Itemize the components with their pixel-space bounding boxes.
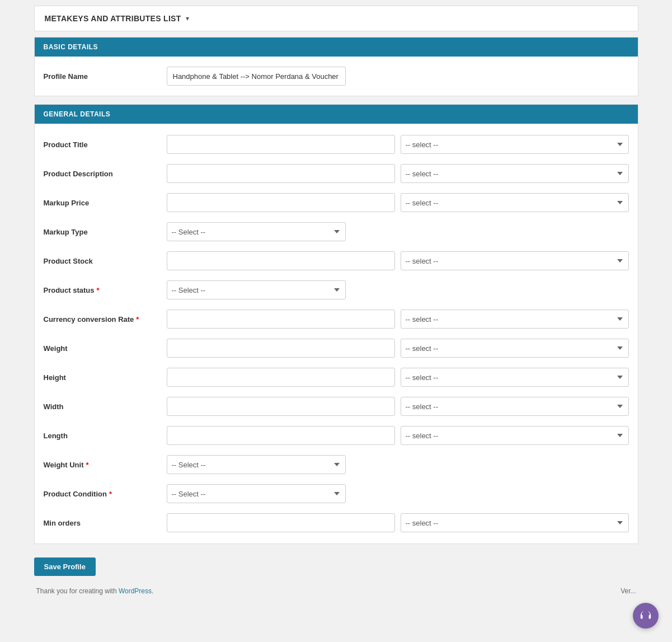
- field-row-length: Length-- select --: [44, 426, 629, 445]
- basic-details-section: BASIC DETAILS Profile Name: [34, 37, 638, 96]
- label-product-status: Product status *: [44, 286, 167, 294]
- profile-name-row: Profile Name: [44, 67, 629, 86]
- field-row-width: Width-- select --: [44, 397, 629, 416]
- select-product-condition[interactable]: -- Select --: [167, 484, 346, 503]
- controls-product-title: -- select --: [167, 135, 629, 154]
- text-input-markup-price[interactable]: [167, 193, 395, 212]
- select-currency-conversion-rate[interactable]: -- select --: [401, 310, 629, 329]
- label-product-title: Product Title: [44, 140, 167, 149]
- profile-name-controls: [167, 67, 629, 86]
- required-star-product-status: *: [97, 286, 100, 294]
- select-min-orders[interactable]: -- select --: [401, 513, 629, 532]
- field-row-currency-conversion-rate: Currency conversion Rate *-- select --: [44, 310, 629, 329]
- select-weight[interactable]: -- select --: [401, 339, 629, 358]
- general-details-body: Product Title-- select --Product Descrip…: [35, 124, 638, 543]
- label-min-orders: Min orders: [44, 519, 167, 527]
- field-row-product-title: Product Title-- select --: [44, 135, 629, 154]
- controls-product-status: -- Select --: [167, 280, 629, 299]
- general-details-section: GENERAL DETAILS Product Title-- select -…: [34, 104, 638, 544]
- field-row-markup-type: Markup Type-- Select --: [44, 222, 629, 241]
- select-product-status[interactable]: -- Select --: [167, 280, 346, 299]
- text-input-min-orders[interactable]: [167, 513, 395, 532]
- field-row-weight: Weight-- select --: [44, 339, 629, 358]
- text-input-width[interactable]: [167, 397, 395, 416]
- text-input-length[interactable]: [167, 426, 395, 445]
- controls-product-stock: -- select --: [167, 251, 629, 270]
- label-markup-price: Markup Price: [44, 199, 167, 207]
- label-weight-unit: Weight Unit *: [44, 461, 167, 469]
- required-star-currency-conversion-rate: *: [136, 315, 139, 324]
- text-input-product-stock[interactable]: [167, 251, 395, 270]
- controls-length: -- select --: [167, 426, 629, 445]
- label-weight: Weight: [44, 344, 167, 353]
- label-width: Width: [44, 402, 167, 411]
- label-height: Height: [44, 373, 167, 382]
- general-details-header: GENERAL DETAILS: [35, 105, 638, 124]
- controls-weight: -- select --: [167, 339, 629, 358]
- footer: Thank you for creating with WordPress. V…: [34, 582, 638, 601]
- controls-weight-unit: -- Select --: [167, 455, 629, 474]
- controls-height: -- select --: [167, 368, 629, 387]
- footer-text: Thank you for creating with WordPress.: [36, 587, 154, 595]
- select-product-description[interactable]: -- select --: [401, 164, 629, 183]
- select-product-stock[interactable]: -- select --: [401, 251, 629, 270]
- controls-product-description: -- select --: [167, 164, 629, 183]
- required-star-weight-unit: *: [86, 461, 88, 469]
- save-profile-button[interactable]: Save Profile: [34, 557, 96, 576]
- field-row-product-condition: Product Condition *-- Select --: [44, 484, 629, 503]
- controls-currency-conversion-rate: -- select --: [167, 310, 629, 329]
- text-input-product-title[interactable]: [167, 135, 395, 154]
- label-length: Length: [44, 432, 167, 440]
- controls-width: -- select --: [167, 397, 629, 416]
- field-row-weight-unit: Weight Unit *-- Select --: [44, 455, 629, 474]
- select-weight-unit[interactable]: -- Select --: [167, 455, 346, 474]
- select-markup-price[interactable]: -- select --: [401, 193, 629, 212]
- field-row-min-orders: Min orders-- select --: [44, 513, 629, 532]
- page-title: METAKEYS AND ATTRIBUTES LIST: [45, 14, 181, 23]
- text-input-currency-conversion-rate[interactable]: [167, 310, 395, 329]
- field-row-product-status: Product status *-- Select --: [44, 280, 629, 299]
- chevron-down-icon[interactable]: ▾: [186, 15, 189, 22]
- required-star-product-condition: *: [109, 490, 112, 498]
- top-bar: METAKEYS AND ATTRIBUTES LIST ▾: [34, 6, 638, 31]
- text-input-height[interactable]: [167, 368, 395, 387]
- select-length[interactable]: -- select --: [401, 426, 629, 445]
- controls-markup-type: -- Select --: [167, 222, 629, 241]
- version-text: Ver...: [621, 587, 636, 595]
- label-product-stock: Product Stock: [44, 257, 167, 265]
- field-row-product-stock: Product Stock-- select --: [44, 251, 629, 270]
- select-product-title[interactable]: -- select --: [401, 135, 629, 154]
- select-markup-type[interactable]: -- Select --: [167, 222, 346, 241]
- controls-min-orders: -- select --: [167, 513, 629, 532]
- label-currency-conversion-rate: Currency conversion Rate *: [44, 315, 167, 324]
- field-row-height: Height-- select --: [44, 368, 629, 387]
- text-input-weight[interactable]: [167, 339, 395, 358]
- field-row-product-description: Product Description-- select --: [44, 164, 629, 183]
- profile-name-input[interactable]: [167, 67, 346, 86]
- controls-product-condition: -- Select --: [167, 484, 629, 503]
- basic-details-header: BASIC DETAILS: [35, 38, 638, 57]
- profile-name-label: Profile Name: [44, 72, 167, 81]
- select-width[interactable]: -- select --: [401, 397, 629, 416]
- field-row-markup-price: Markup Price-- select --: [44, 193, 629, 212]
- label-product-description: Product Description: [44, 170, 167, 178]
- label-product-condition: Product Condition *: [44, 490, 167, 498]
- text-input-product-description[interactable]: [167, 164, 395, 183]
- select-height[interactable]: -- select --: [401, 368, 629, 387]
- label-markup-type: Markup Type: [44, 228, 167, 236]
- controls-markup-price: -- select --: [167, 193, 629, 212]
- wordpress-link[interactable]: WordPress: [119, 587, 152, 595]
